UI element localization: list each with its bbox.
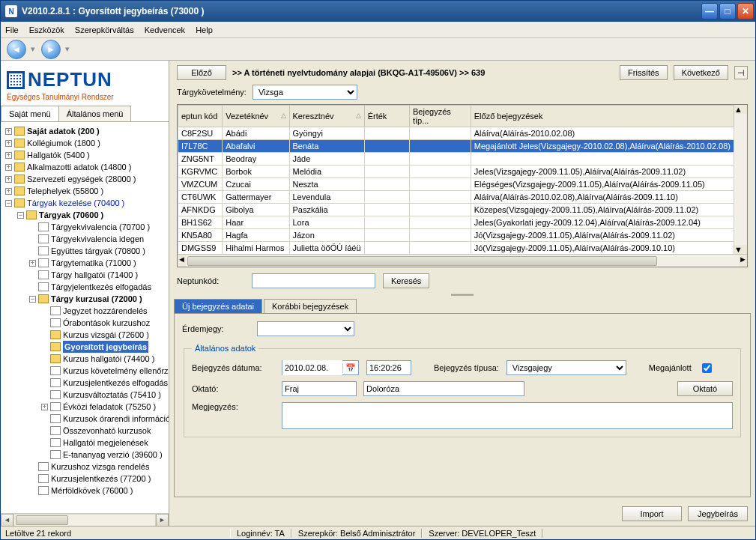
tree-node[interactable]: +Alkalmazotti adatok (14800 ) [2, 161, 169, 173]
maximize-button[interactable]: □ [719, 3, 736, 19]
table-row[interactable]: KN5A80HagfaJázonJó(Vizsgajegy-2009.11.05… [178, 229, 734, 242]
tree-node[interactable]: −Tárgy kurzusai (72000 ) [2, 293, 169, 305]
scroll-right-icon[interactable]: ► [739, 255, 747, 267]
grid-v-scrollbar[interactable]: ▲ ▼ [734, 105, 747, 254]
grade-select[interactable] [257, 321, 354, 336]
scroll-up-icon[interactable]: ▲ [734, 105, 747, 114]
recommended-checkbox[interactable] [702, 363, 712, 373]
expand-icon[interactable]: + [5, 140, 12, 147]
tree-node[interactable]: +Szervezeti egységek (28000 ) [2, 173, 169, 185]
table-row[interactable]: DMGSS9Hihalmi HarmosJulietta öőŐÚ íáéüJó… [178, 242, 734, 255]
teacher-firstname-input[interactable] [363, 381, 524, 396]
import-button[interactable]: Import [622, 506, 682, 521]
tree-node[interactable]: Gyorsított jegybeírás [2, 341, 169, 353]
tree-node[interactable]: Összevonható kurzusok [2, 425, 169, 437]
calendar-icon[interactable]: 📅 [342, 363, 358, 373]
expand-icon[interactable]: + [5, 164, 12, 171]
tree-node[interactable]: +Hallgatók (5400 ) [2, 149, 169, 161]
tree-node[interactable]: Hallgatói megjelenések [2, 437, 169, 449]
tree-node[interactable]: Tárgyekvivalencia (70700 ) [2, 221, 169, 233]
next-button[interactable]: Következő [674, 65, 728, 80]
scroll-left-icon[interactable]: ◄ [178, 255, 186, 267]
tree-node[interactable]: Kurzus vizsgái (72600 ) [2, 329, 169, 341]
table-row[interactable]: C8F2SUAbádiGyöngyiAláírva(Aláírás-2010.0… [178, 127, 734, 140]
tree-node[interactable]: Jegyzet hozzárendelés [2, 305, 169, 317]
teacher-lastname-input[interactable] [282, 381, 357, 396]
entry-type-select[interactable]: Vizsgajegy [506, 360, 626, 375]
expand-icon[interactable]: + [29, 260, 36, 267]
nav-back-dropdown[interactable]: ▾ [31, 44, 35, 54]
expand-icon[interactable]: + [5, 128, 12, 135]
tree-node[interactable]: +Kollégiumok (1800 ) [2, 137, 169, 149]
tree-node[interactable]: −Tárgyak kezelése (70400 ) [2, 197, 169, 209]
nav-tree[interactable]: +Saját adatok (200 )+Kollégiumok (1800 )… [1, 122, 169, 513]
tree-node[interactable]: Kurzusjelentkezés elfogadás [2, 377, 169, 389]
menu-tools[interactable]: Eszközök [29, 25, 64, 34]
close-button[interactable]: ✕ [737, 3, 754, 19]
entry-time-input[interactable] [366, 360, 411, 375]
tree-node[interactable]: +Évközi feladatok (75250 ) [2, 401, 169, 413]
prev-button[interactable]: Előző [177, 65, 226, 80]
table-row[interactable]: I7L78CAbafalviBenátaMegajánlott Jeles(Vi… [178, 140, 734, 153]
scroll-right-icon[interactable]: ► [156, 514, 169, 527]
tree-node[interactable]: Kurzus hallgatói (74400 ) [2, 353, 169, 365]
tree-node[interactable]: −Tárgyak (70600 ) [2, 209, 169, 221]
refresh-button[interactable]: Frissítés [620, 65, 668, 80]
tree-node[interactable]: Tárgyekvivalencia idegen [2, 233, 169, 245]
entry-date-input[interactable] [282, 360, 342, 375]
scroll-thumb[interactable] [16, 515, 68, 525]
tree-node[interactable]: Kurzusváltoztatás (75410 ) [2, 389, 169, 401]
tree-node[interactable]: +Tárgytematika (71000 ) [2, 257, 169, 269]
tree-node[interactable]: +Saját adatok (200 ) [2, 125, 169, 137]
menu-file[interactable]: File [5, 25, 19, 34]
tree-node[interactable]: Órabontások kurzushoz [2, 317, 169, 329]
sidebar-tab-general[interactable]: Általános menü [58, 106, 132, 121]
tree-node[interactable]: Mérföldkövek (76000 ) [2, 485, 169, 497]
tree-node[interactable]: Kurzusjelentkezés (77200 ) [2, 473, 169, 485]
pin-icon[interactable]: ⊣ [734, 66, 748, 79]
tree-node[interactable]: Tárgyjelentkezés elfogadás [2, 281, 169, 293]
column-header[interactable]: Keresztnév△ [289, 106, 364, 127]
table-row[interactable]: CT6UWKGattermayerLevendulaAláírva(Aláírá… [178, 191, 734, 204]
collapse-icon[interactable]: − [5, 200, 12, 207]
note-textarea[interactable] [282, 402, 733, 429]
column-header[interactable]: Előző bejegyzések [471, 106, 734, 127]
expand-icon[interactable]: + [5, 152, 12, 159]
nav-forward-dropdown[interactable]: ▾ [65, 44, 70, 54]
neptun-code-input[interactable] [252, 273, 375, 288]
splitter-grip[interactable] [169, 291, 755, 297]
table-row[interactable]: VMZCUMCzucaiNesztaElégséges(Vizsgajegy-2… [178, 178, 734, 191]
collapse-icon[interactable]: − [29, 296, 36, 303]
menu-help[interactable]: Help [196, 25, 213, 34]
nav-back-button[interactable]: ◄ [7, 40, 26, 59]
expand-icon[interactable]: + [5, 176, 12, 183]
table-row[interactable]: BH1S62HaarLoraJeles(Gyakorlati jegy-2009… [178, 216, 734, 229]
grid-h-scrollbar[interactable]: ◄ ► [178, 254, 747, 267]
table-row[interactable]: ZNG5NTBeodrayJáde [178, 153, 734, 166]
write-grade-button[interactable]: Jegybeírás [688, 506, 748, 521]
menu-fav[interactable]: Kedvencek [145, 25, 185, 34]
collapse-icon[interactable]: − [17, 212, 24, 219]
column-header[interactable]: Bejegyzés típ... [410, 106, 471, 127]
tree-node[interactable]: Együttes tárgyak (70800 ) [2, 245, 169, 257]
requirement-select[interactable]: Vizsga [252, 85, 357, 100]
scroll-down-icon[interactable]: ▼ [734, 245, 747, 254]
table-row[interactable]: AFNKDGGibolyaPaszkáliaKözepes(Vizsgajegy… [178, 204, 734, 216]
teacher-button[interactable]: Oktató [677, 381, 733, 396]
nav-forward-button[interactable]: ► [41, 40, 61, 59]
tree-node[interactable]: Kurzushoz vizsga rendelés [2, 461, 169, 473]
tree-node[interactable]: Tárgy hallgatói (71400 ) [2, 269, 169, 281]
tree-node[interactable]: +Telephelyek (55800 ) [2, 185, 169, 197]
tab-new-entry[interactable]: Új bejegyzés adatai [174, 299, 262, 313]
column-header[interactable]: Érték [364, 106, 409, 127]
column-header[interactable]: Vezetéknév△ [223, 106, 289, 127]
scroll-left-icon[interactable]: ◄ [1, 514, 13, 527]
search-button[interactable]: Keresés [383, 273, 429, 288]
sidebar-tab-own[interactable]: Saját menü [1, 106, 59, 121]
tree-node[interactable]: E-tananyag verzió (39600 ) [2, 449, 169, 461]
expand-icon[interactable]: + [5, 188, 12, 195]
tree-node[interactable]: Kurzus követelmény ellenőrzés [2, 365, 169, 377]
sidebar-h-scrollbar[interactable]: ◄ ► [1, 513, 169, 526]
tree-node[interactable]: Kurzusok órarendi információi [2, 413, 169, 425]
scroll-thumb[interactable] [187, 256, 657, 266]
